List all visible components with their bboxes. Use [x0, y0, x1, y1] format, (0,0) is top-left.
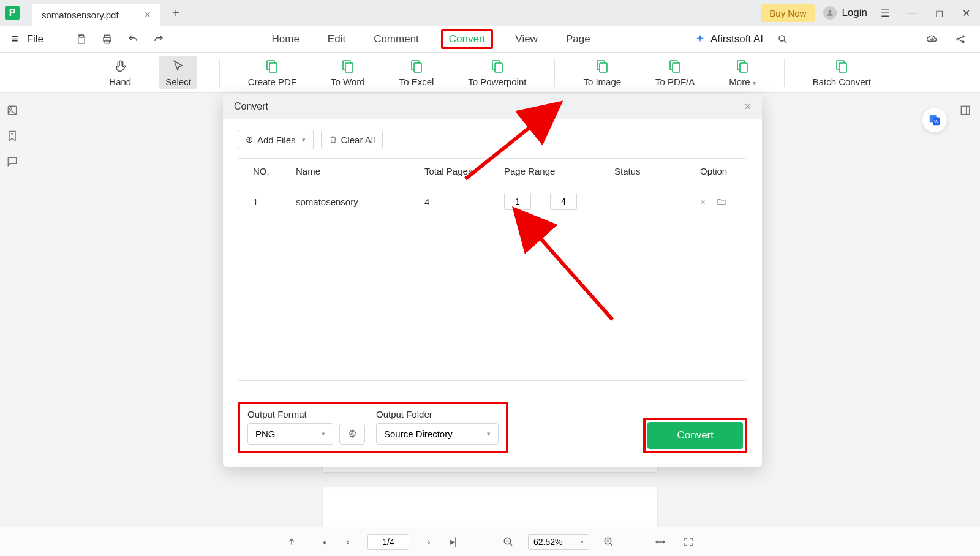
output-settings-button[interactable] — [339, 424, 365, 445]
tool-to-word[interactable]: To Word — [325, 56, 371, 89]
output-format-value: PNG — [255, 429, 276, 439]
dialog-header: Convert × — [223, 94, 762, 119]
dialog-close-icon[interactable]: × — [744, 100, 751, 113]
maximize-icon[interactable]: ◻ — [930, 4, 948, 22]
search-icon[interactable] — [774, 31, 791, 48]
svg-rect-20 — [673, 63, 680, 72]
minimize-icon[interactable]: — — [903, 4, 921, 22]
cell-no: 1 — [253, 197, 296, 207]
ai-button[interactable]: Afirstsoft AI — [695, 33, 763, 45]
svg-point-6 — [957, 38, 959, 40]
close-tab-icon[interactable]: × — [144, 9, 151, 21]
zoom-out-icon[interactable] — [500, 533, 517, 550]
goto-first-icon[interactable]: ⎸◂ — [311, 533, 328, 550]
tool-select[interactable]: Select — [159, 56, 197, 89]
add-files-button[interactable]: ⊕ Add Files — [238, 130, 314, 149]
save-icon[interactable] — [73, 31, 90, 48]
redo-icon[interactable] — [150, 31, 167, 48]
document-tab[interactable]: somatosensory.pdf × — [32, 4, 160, 26]
plus-circle-icon: ⊕ — [246, 134, 254, 145]
zoom-in-icon[interactable] — [600, 533, 617, 550]
app-menu-icon[interactable]: ☰ — [876, 4, 894, 22]
to-excel-icon — [409, 58, 424, 74]
login-button[interactable]: Login — [823, 6, 867, 20]
range-dash: — — [536, 197, 545, 207]
column-page-range: Page Range — [504, 166, 614, 176]
statusbar: ⎸◂ ‹ › ▸⎸ 62.52% ▾ — [0, 527, 980, 556]
menu-item-edit[interactable]: Edit — [322, 29, 352, 49]
app-logo: P — [5, 6, 20, 20]
hamburger-icon[interactable]: ≡ — [11, 32, 18, 46]
menu-item-home[interactable]: Home — [265, 29, 305, 49]
convert-button[interactable]: Convert — [647, 422, 743, 449]
tool-create-pdf[interactable]: Create PDF — [242, 56, 303, 89]
column-total-pages: Total Pages — [424, 166, 504, 176]
file-menu[interactable]: File — [27, 33, 43, 45]
panel-icon[interactable] — [959, 104, 974, 119]
tool-to-pdf/a[interactable]: To PDF/A — [649, 56, 701, 89]
cell-range: — — [504, 193, 614, 210]
share-icon[interactable] — [952, 31, 969, 48]
svg-point-7 — [962, 36, 964, 37]
batch-convert-icon — [834, 58, 850, 74]
output-format-select[interactable]: PNG ▾ — [247, 423, 333, 445]
tool-label: To Word — [331, 77, 365, 87]
tool-more[interactable]: More ▾ — [723, 56, 761, 89]
goto-last-icon[interactable]: ▸⎸ — [448, 533, 466, 550]
tool-hand[interactable]: Hand — [103, 56, 137, 89]
convert-badge[interactable]: W — [922, 108, 947, 132]
tool-to-powerpoint[interactable]: To Powerpoint — [462, 56, 532, 89]
open-folder-icon[interactable] — [717, 197, 726, 207]
first-page-icon[interactable] — [283, 533, 300, 550]
svg-text:W: W — [934, 119, 938, 124]
zoom-select[interactable]: 62.52% ▾ — [528, 534, 589, 550]
tool-batch-convert[interactable]: Batch Convert — [807, 56, 877, 89]
menu-item-page[interactable]: Page — [560, 29, 597, 49]
tool-label: Select — [165, 77, 191, 87]
column-option: Option — [700, 166, 747, 176]
titlebar: P somatosensory.pdf × + Buy Now Login ☰ … — [0, 0, 980, 26]
prev-page-icon[interactable]: ‹ — [339, 533, 356, 550]
clear-all-button[interactable]: Clear All — [321, 130, 383, 149]
tool-to-excel[interactable]: To Excel — [393, 56, 440, 89]
add-tab-button[interactable]: + — [167, 4, 185, 22]
menu-item-convert[interactable]: Convert — [441, 29, 494, 49]
convert-highlight: Convert — [643, 418, 747, 453]
tab-title-text: somatosensory.pdf — [42, 10, 119, 20]
comment-sidebar-icon[interactable] — [6, 156, 21, 170]
to-pdf/a-icon — [667, 58, 683, 74]
thumbnail-icon[interactable] — [6, 104, 21, 119]
convert-dialog: Convert × ⊕ Add Files Clear All NO.NameT… — [223, 94, 762, 467]
range-to-input[interactable] — [550, 193, 577, 210]
menu-item-comment[interactable]: Comment — [368, 29, 425, 49]
output-folder-select[interactable]: Source Directory ▾ — [376, 423, 499, 445]
buy-now-button[interactable]: Buy Now — [761, 4, 815, 22]
bookmark-icon[interactable] — [6, 130, 21, 145]
remove-row-icon[interactable]: × — [700, 197, 706, 207]
avatar-icon — [823, 6, 837, 20]
tool-to-image[interactable]: To Image — [577, 56, 627, 89]
undo-icon[interactable] — [124, 31, 141, 48]
next-page-icon[interactable]: › — [420, 533, 437, 550]
chevron-down-icon: ▾ — [322, 430, 325, 438]
ai-label-text: Afirstsoft AI — [710, 33, 763, 45]
output-format-label: Output Format — [247, 409, 365, 419]
cloud-icon[interactable] — [924, 31, 941, 48]
close-window-icon[interactable]: ✕ — [957, 4, 975, 22]
clear-all-label: Clear All — [341, 135, 375, 145]
cell-total: 4 — [424, 197, 504, 207]
svg-rect-16 — [495, 63, 502, 72]
fit-page-icon[interactable] — [680, 533, 697, 550]
add-files-label: Add Files — [257, 135, 296, 145]
svg-point-8 — [962, 41, 964, 43]
output-folder-label: Output Folder — [376, 409, 499, 419]
svg-point-5 — [779, 36, 785, 41]
tool-label: To Excel — [399, 77, 434, 87]
print-icon[interactable] — [99, 31, 116, 48]
menu-item-view[interactable]: View — [509, 29, 544, 49]
page-input[interactable] — [368, 534, 409, 550]
fit-width-icon[interactable] — [652, 533, 669, 550]
range-from-input[interactable] — [504, 193, 531, 210]
hand-icon — [112, 58, 128, 74]
tool-label: To PDF/A — [655, 77, 695, 87]
